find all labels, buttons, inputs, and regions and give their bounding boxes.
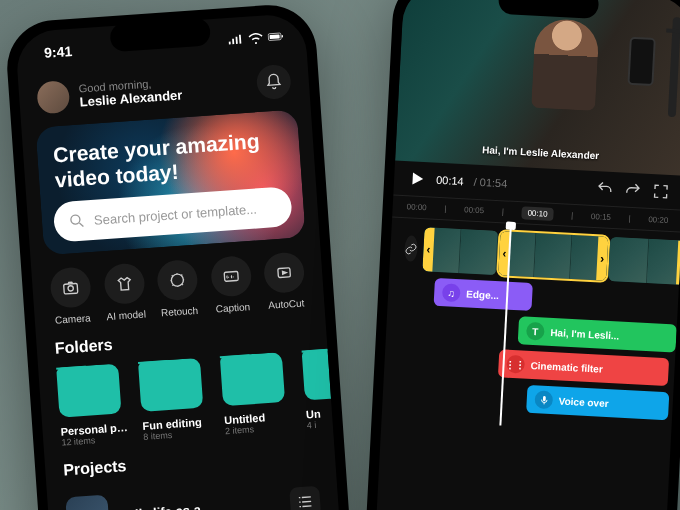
phone-prop <box>627 37 655 86</box>
notifications-button[interactable] <box>256 64 292 100</box>
video-track[interactable] <box>403 226 680 284</box>
home-screen: 9:41 Good morning, Leslie Alexander Crea… <box>15 13 348 510</box>
folder-icon <box>56 363 121 417</box>
wifi-icon <box>247 32 264 45</box>
link-button[interactable] <box>404 235 418 262</box>
greeting-text: Good morning, Leslie Alexander <box>78 75 182 109</box>
clip-handle-right[interactable] <box>596 236 608 280</box>
timeline[interactable]: ♫ Edge... T Hai, I'm Lesli... ⋮⋮ Cinemat… <box>382 218 680 435</box>
search-icon <box>67 211 86 230</box>
ruler-tick: 00:20 <box>648 213 669 227</box>
cellular-icon <box>227 33 244 46</box>
camera-icon <box>61 278 80 297</box>
svg-point-3 <box>71 215 81 225</box>
lane-label: Voice over <box>558 395 608 409</box>
svg-rect-9 <box>542 396 545 401</box>
svg-rect-1 <box>270 34 280 39</box>
editor-screen: Hai, I'm Leslie Alexander 00:14 / 01:54 … <box>372 0 680 510</box>
tool-label: Retouch <box>161 305 199 319</box>
folder-icon <box>302 349 334 401</box>
autocut-icon <box>275 263 294 282</box>
tool-ai-model[interactable]: AI model <box>103 263 147 323</box>
redo-icon[interactable] <box>623 181 642 200</box>
svg-point-6 <box>171 274 184 287</box>
play-icon[interactable] <box>408 169 427 188</box>
phone-home: 9:41 Good morning, Leslie Alexander Crea… <box>4 2 358 510</box>
folder-item[interactable]: Fun editing 8 items <box>138 357 213 442</box>
svg-rect-4 <box>64 283 78 294</box>
lane-label: Hai, I'm Lesli... <box>550 326 620 341</box>
voiceover-lane[interactable]: Voice over <box>526 385 669 420</box>
list-icon <box>296 492 315 510</box>
phone-editor: Hai, I'm Leslie Alexander 00:14 / 01:54 … <box>361 0 680 510</box>
search-placeholder: Search project or template... <box>93 201 257 227</box>
ruler-tick: 00:05 <box>464 203 485 217</box>
time-total: / 01:54 <box>473 176 507 190</box>
time-current: 00:14 <box>436 174 464 187</box>
ruler-tick: 00:15 <box>591 210 612 224</box>
filter-dot-icon: ⋮⋮ <box>506 355 525 374</box>
lane-label: Edge... <box>466 288 499 301</box>
folder-icon <box>138 358 203 412</box>
folder-item[interactable]: Personal proj... 12 items <box>56 363 131 448</box>
tool-label: Caption <box>215 301 250 314</box>
tool-retouch[interactable]: Retouch <box>156 259 200 319</box>
lane-label: Cinematic filter <box>530 359 603 374</box>
video-preview[interactable]: Hai, I'm Leslie Alexander <box>395 0 680 176</box>
person-figure <box>531 18 600 111</box>
music-note-icon: ♫ <box>442 283 461 302</box>
status-time: 9:41 <box>44 43 73 61</box>
bell-icon <box>264 72 283 91</box>
status-icons <box>227 30 284 46</box>
lamp-prop <box>668 17 680 117</box>
project-title: Daily life as a ... <box>118 501 216 510</box>
svg-point-5 <box>68 286 74 292</box>
video-clip[interactable] <box>608 237 680 285</box>
view-toggle-button[interactable] <box>289 486 321 510</box>
audio-lane[interactable]: ♫ Edge... <box>434 278 533 311</box>
hero-title: Create your amazing video today! <box>52 126 285 192</box>
battery-icon <box>267 30 284 43</box>
undo-icon[interactable] <box>595 179 614 198</box>
project-thumbnail <box>65 495 110 510</box>
text-icon: T <box>526 322 545 341</box>
ruler-tick-active: 00:10 <box>521 206 554 221</box>
tool-camera[interactable]: Camera <box>49 266 93 326</box>
tool-label: AI model <box>106 308 146 322</box>
folder-item[interactable]: Untitled 2 items <box>220 351 295 436</box>
search-input[interactable]: Search project or template... <box>53 186 293 243</box>
hero-banner: Create your amazing video today! Search … <box>35 109 305 255</box>
video-clip[interactable] <box>422 227 498 275</box>
tool-caption[interactable]: Caption <box>209 255 253 315</box>
avatar[interactable] <box>36 80 70 114</box>
link-icon <box>404 242 418 256</box>
caption-lane[interactable]: T Hai, I'm Lesli... <box>518 316 677 352</box>
tool-label: Camera <box>55 312 91 325</box>
preview-caption: Hai, I'm Leslie Alexander <box>482 144 599 161</box>
folder-item[interactable]: Un 4 i <box>302 349 334 431</box>
mic-icon <box>534 390 553 409</box>
tool-autocut[interactable]: AutoCut <box>263 251 307 311</box>
filter-lane[interactable]: ⋮⋮ Cinematic filter <box>498 349 669 386</box>
fullscreen-icon[interactable] <box>651 182 670 201</box>
ruler-tick: 00:00 <box>406 200 427 214</box>
folder-icon <box>220 352 285 406</box>
tool-label: AutoCut <box>268 297 305 310</box>
retouch-icon <box>168 271 187 290</box>
video-clip-selected[interactable] <box>498 231 608 281</box>
shirt-icon <box>114 274 133 293</box>
caption-icon <box>221 267 240 286</box>
svg-rect-2 <box>282 35 284 38</box>
